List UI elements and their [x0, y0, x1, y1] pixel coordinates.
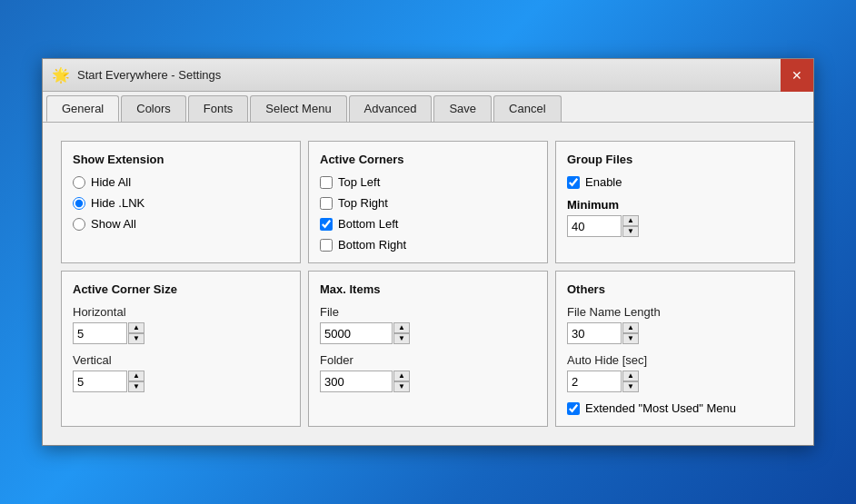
- enable-row: Enable: [567, 175, 783, 189]
- top-sections: Show Extension Hide All Hide .LNK Show A…: [57, 137, 799, 267]
- corner-bottom-left-input[interactable]: [320, 218, 333, 231]
- auto-hide-spinner: ▲ ▼: [567, 371, 783, 392]
- auto-hide-field: Auto Hide [sec] ▲ ▼: [567, 353, 783, 392]
- file-name-length-down-button[interactable]: ▼: [622, 333, 639, 344]
- folder-down-button[interactable]: ▼: [393, 381, 410, 392]
- corner-top-right-input[interactable]: [320, 197, 333, 210]
- vertical-label: Vertical: [73, 353, 289, 367]
- file-name-length-up-button[interactable]: ▲: [622, 322, 639, 333]
- radio-hide-all-label: Hide All: [91, 175, 131, 189]
- content-area: Show Extension Hide All Hide .LNK Show A…: [43, 123, 813, 445]
- folder-spinner: ▲ ▼: [320, 371, 536, 392]
- radio-show-all[interactable]: Show All: [73, 217, 289, 231]
- radio-hide-all[interactable]: Hide All: [73, 175, 289, 189]
- active-corner-size-section: Active Corner Size Horizontal ▲ ▼ Vertic…: [61, 271, 301, 427]
- auto-hide-input[interactable]: [567, 371, 622, 392]
- folder-spinner-buttons: ▲ ▼: [393, 371, 410, 392]
- tab-bar: General Colors Fonts Select Menu Advance…: [43, 92, 813, 123]
- file-spinner-buttons: ▲ ▼: [393, 322, 410, 344]
- auto-hide-label: Auto Hide [sec]: [567, 353, 783, 367]
- folder-up-button[interactable]: ▲: [393, 371, 410, 381]
- horizontal-label: Horizontal: [73, 305, 289, 319]
- file-spinner: ▲ ▼: [320, 322, 536, 344]
- corner-top-right-label: Top Right: [338, 196, 388, 210]
- file-input[interactable]: [320, 322, 393, 344]
- minimum-spinner-buttons: ▲ ▼: [622, 215, 639, 237]
- tab-colors[interactable]: Colors: [121, 95, 186, 122]
- tab-cancel[interactable]: Cancel: [493, 95, 561, 122]
- minimum-input[interactable]: [567, 215, 622, 237]
- minimum-down-button[interactable]: ▼: [622, 226, 639, 237]
- auto-hide-down-button[interactable]: ▼: [622, 381, 639, 392]
- titlebar: 🌟 Start Everywhere - Settings ✕: [43, 59, 813, 92]
- radio-hide-lnk[interactable]: Hide .LNK: [73, 196, 289, 210]
- close-button[interactable]: ✕: [781, 59, 813, 92]
- file-label: File: [320, 305, 536, 319]
- folder-field: Folder ▲ ▼: [320, 353, 536, 392]
- corner-bottom-right[interactable]: Bottom Right: [320, 238, 536, 252]
- file-name-length-input[interactable]: [567, 322, 622, 344]
- group-files-section: Group Files Enable Minimum ▲ ▼: [555, 141, 795, 263]
- file-up-button[interactable]: ▲: [393, 322, 410, 333]
- file-down-button[interactable]: ▼: [393, 333, 410, 344]
- tab-select-menu[interactable]: Select Menu: [250, 95, 346, 122]
- group-files-title: Group Files: [567, 153, 783, 166]
- corner-bottom-right-label: Bottom Right: [338, 238, 406, 252]
- app-icon: 🌟: [52, 66, 70, 84]
- corner-bottom-right-input[interactable]: [320, 239, 333, 252]
- show-extension-radio-group: Hide All Hide .LNK Show All: [73, 175, 289, 231]
- corner-bottom-left[interactable]: Bottom Left: [320, 217, 536, 231]
- others-title: Others: [567, 282, 783, 296]
- tab-advanced[interactable]: Advanced: [349, 95, 433, 122]
- horizontal-spinner-buttons: ▲ ▼: [128, 322, 144, 344]
- corner-top-left-input[interactable]: [320, 176, 333, 189]
- folder-input[interactable]: [320, 371, 393, 392]
- corner-bottom-left-label: Bottom Left: [338, 217, 398, 231]
- extended-menu-checkbox[interactable]: [567, 402, 580, 415]
- vertical-down-button[interactable]: ▼: [128, 381, 144, 392]
- radio-show-all-label: Show All: [91, 217, 136, 231]
- bottom-sections: Active Corner Size Horizontal ▲ ▼ Vertic…: [57, 267, 799, 430]
- corner-top-left[interactable]: Top Left: [320, 175, 536, 189]
- horizontal-field: Horizontal ▲ ▼: [73, 305, 289, 344]
- tab-fonts[interactable]: Fonts: [188, 95, 249, 122]
- horizontal-down-button[interactable]: ▼: [128, 333, 144, 344]
- radio-hide-lnk-input[interactable]: [73, 197, 85, 210]
- horizontal-up-button[interactable]: ▲: [128, 322, 144, 333]
- show-extension-title: Show Extension: [73, 153, 289, 166]
- active-corner-size-title: Active Corner Size: [73, 282, 289, 296]
- corner-top-left-label: Top Left: [338, 175, 380, 189]
- main-window: 🌟 Start Everywhere - Settings ✕ General …: [42, 58, 814, 446]
- active-corners-group: Top Left Top Right Bottom Left Bottom Ri…: [320, 175, 536, 252]
- file-name-length-label: File Name Length: [567, 305, 783, 319]
- others-section: Others File Name Length ▲ ▼ Auto Hide [s…: [555, 271, 795, 427]
- tab-save[interactable]: Save: [433, 95, 492, 122]
- file-name-length-spinner-buttons: ▲ ▼: [622, 322, 639, 344]
- vertical-spinner: ▲ ▼: [73, 371, 289, 392]
- minimum-up-button[interactable]: ▲: [622, 215, 639, 226]
- max-items-section: Max. Items File ▲ ▼ Folder: [308, 271, 548, 427]
- minimum-label: Minimum: [567, 198, 783, 212]
- corner-top-right[interactable]: Top Right: [320, 196, 536, 210]
- radio-show-all-input[interactable]: [73, 218, 85, 231]
- minimum-spinner: ▲ ▼: [567, 215, 783, 237]
- vertical-input[interactable]: [73, 371, 127, 392]
- active-corners-title: Active Corners: [320, 153, 536, 166]
- tab-general[interactable]: General: [46, 95, 119, 122]
- auto-hide-up-button[interactable]: ▲: [622, 371, 639, 381]
- extended-menu-checkbox-row[interactable]: Extended "Most Used" Menu: [567, 401, 783, 415]
- file-field: File ▲ ▼: [320, 305, 536, 344]
- group-files-enable-checkbox[interactable]: [567, 176, 580, 189]
- folder-label: Folder: [320, 353, 536, 367]
- vertical-up-button[interactable]: ▲: [128, 371, 144, 381]
- window-title: Start Everywhere - Settings: [77, 68, 221, 82]
- extended-menu-label: Extended "Most Used" Menu: [585, 401, 736, 415]
- active-corners-section: Active Corners Top Left Top Right Bottom…: [308, 141, 548, 263]
- file-name-length-spinner: ▲ ▼: [567, 322, 783, 344]
- minimum-field: Minimum ▲ ▼: [567, 198, 783, 237]
- show-extension-section: Show Extension Hide All Hide .LNK Show A…: [61, 141, 301, 263]
- file-name-length-field: File Name Length ▲ ▼: [567, 305, 783, 344]
- auto-hide-spinner-buttons: ▲ ▼: [622, 371, 639, 392]
- radio-hide-all-input[interactable]: [73, 176, 85, 189]
- horizontal-input[interactable]: [73, 322, 127, 344]
